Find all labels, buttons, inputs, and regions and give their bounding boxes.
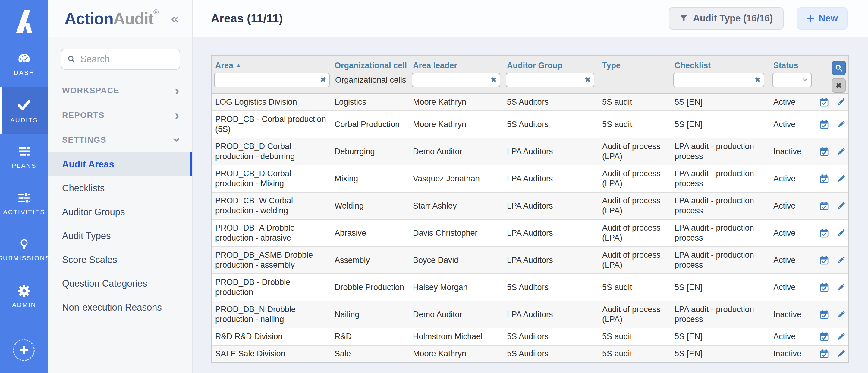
cell-area: PROD_CB_D Corbal production - deburring [212,138,331,165]
cell-status: Active [770,165,814,192]
edit-pencil-icon[interactable] [836,97,846,107]
cell-type: Audit of process (LPA) [598,220,671,246]
menu-section-settings[interactable]: SETTINGS › [48,128,192,152]
sidebar-item-label: SUBMISSIONS [0,254,50,262]
app-logo[interactable] [0,0,48,41]
checklist-filter-input[interactable] [673,73,764,87]
edit-pencil-icon[interactable] [836,349,846,358]
edit-pencil-icon[interactable] [836,228,846,238]
column-header-status[interactable]: Status [770,60,814,71]
menu-item-score-scales[interactable]: Score Scales [48,248,192,271]
cell-organizational-cell: Logistics [331,94,409,111]
column-header-checklist[interactable]: Checklist [671,60,770,71]
edit-pencil-icon[interactable] [836,174,846,183]
organizational-cells-picker[interactable]: Organizational cells [333,76,406,85]
edit-pencil-icon[interactable] [836,283,846,292]
schedule-calendar-icon[interactable] [819,283,829,292]
sidebar-search[interactable] [61,49,180,70]
table-row[interactable]: R&D R&D Division R&D Holmstrom Michael 5… [212,328,848,345]
table-row[interactable]: PROD_DB - Drobble production Drobble Pro… [212,274,848,300]
table-row[interactable]: PROD_CB - Corbal production (5S) Corbal … [212,111,848,138]
apply-filters-button[interactable] [832,61,846,75]
cell-area-leader: Halsey Morgan [409,274,503,300]
schedule-calendar-icon[interactable] [819,349,829,359]
cell-auditor-group: LPA Auditors [503,165,598,192]
edit-pencil-icon[interactable] [836,256,846,265]
cell-organizational-cell: Abrasive [331,220,409,246]
edit-pencil-icon[interactable] [836,120,846,129]
sidebar-item-label: AUDITS [10,116,38,124]
schedule-calendar-icon[interactable] [819,255,829,265]
column-header-type[interactable]: Type [598,60,671,71]
clear-area-filter-icon[interactable]: ✖ [320,76,326,84]
sidebar-item-plans[interactable]: PLANS [0,134,48,180]
edit-pencil-icon[interactable] [836,310,846,319]
status-filter-select[interactable]: › [772,73,812,87]
schedule-calendar-icon[interactable] [819,97,829,107]
edit-pencil-icon[interactable] [836,147,846,156]
area-filter-input[interactable] [214,73,330,87]
clear-area-leader-filter-icon[interactable]: ✖ [491,76,497,84]
clear-filters-button[interactable]: ✖ [832,78,846,93]
table-row[interactable]: PROD_CB_D Corbal production - deburring … [212,138,848,165]
sidebar-item-submissions[interactable]: SUBMISSIONS [0,227,48,273]
column-header-organizational-cell[interactable]: Organizational cell [331,60,409,71]
cell-organizational-cell: Nailing [331,301,409,328]
table-header: Area ▲ Organizational cell Area leader A… [212,56,848,94]
cell-area-leader: Davis Christopher [409,220,503,246]
sidebar-item-activities[interactable]: ACTIVITIES [0,180,48,227]
menu-section-workspace[interactable]: WORKSPACE › [48,78,192,103]
table-row[interactable]: SALE Sale Division Sale Moore Kathryn 5S… [212,345,848,362]
edit-pencil-icon[interactable] [836,201,846,211]
secondary-sidebar: ActionAudit® « WORKSPACE › REPORTS › SET… [48,0,193,373]
schedule-calendar-icon[interactable] [819,201,829,211]
menu-item-checklists[interactable]: Checklists [48,176,192,200]
menu-item-audit-areas[interactable]: Audit Areas [48,152,192,176]
table-row[interactable]: PROD_DB_A Drobble production - abrasive … [212,219,848,246]
schedule-calendar-icon[interactable] [819,228,829,238]
quick-add-button[interactable] [13,339,35,361]
sidebar-item-dash[interactable]: DASH [0,41,48,87]
new-button[interactable]: New [797,7,847,30]
schedule-calendar-icon[interactable] [819,147,829,156]
table-row[interactable]: PROD_CB_D Corbal production - Mixing Mix… [212,165,848,192]
gear-icon [18,284,31,297]
table-row[interactable]: LOG Logistics Division Logistics Moore K… [212,94,848,111]
menu-section-reports[interactable]: REPORTS › [48,103,192,128]
table-row[interactable]: PROD_DB_N Drobble production - nailing N… [212,300,848,328]
cell-area: PROD_CB_D Corbal production - Mixing [212,165,331,192]
area-leader-filter-input[interactable] [412,73,500,87]
schedule-calendar-icon[interactable] [819,174,829,184]
cell-actions [814,220,848,246]
search-input[interactable] [80,54,174,64]
clear-auditor-group-filter-icon[interactable]: ✖ [585,76,591,84]
schedule-calendar-icon[interactable] [819,332,829,342]
table-row[interactable]: PROD_DB_ASMB Drobble production - assemb… [212,246,848,274]
chevron-right-icon: › [175,84,180,97]
edit-pencil-icon[interactable] [836,332,846,341]
cell-type: Audit of process (LPA) [598,301,671,328]
column-header-area-leader[interactable]: Area leader [409,60,503,71]
auditor-group-filter-input[interactable] [506,73,594,87]
column-header-auditor-group[interactable]: Auditor Group [503,60,598,71]
cell-type: Audit of process (LPA) [598,138,671,165]
areas-table: Area ▲ Organizational cell Area leader A… [211,55,849,363]
cell-auditor-group: 5S Auditors [503,346,598,362]
schedule-calendar-icon[interactable] [819,119,829,130]
cell-area: PROD_DB - Drobble production [212,274,331,300]
menu-item-auditor-groups[interactable]: Auditor Groups [48,200,192,224]
collapse-sidebar-icon[interactable]: « [171,11,179,26]
cell-area: PROD_DB_ASMB Drobble production - assemb… [212,247,331,274]
cell-area: LOG Logistics Division [212,94,331,111]
sidebar-item-admin[interactable]: ADMIN [0,273,48,320]
sidebar-item-audits[interactable]: AUDITS [0,87,48,134]
schedule-calendar-icon[interactable] [819,310,829,320]
cell-actions [814,138,848,165]
column-header-area[interactable]: Area ▲ [212,60,331,71]
menu-item-question-categories[interactable]: Question Categories [48,271,192,295]
clear-checklist-filter-icon[interactable]: ✖ [755,76,761,84]
table-row[interactable]: PROD_CB_W Corbal production - welding We… [212,192,848,219]
menu-item-non-execution-reasons[interactable]: Non-execution Reasons [48,295,192,319]
audit-type-filter-button[interactable]: Audit Type (16/16) [669,7,784,30]
menu-item-audit-types[interactable]: Audit Types [48,224,192,248]
